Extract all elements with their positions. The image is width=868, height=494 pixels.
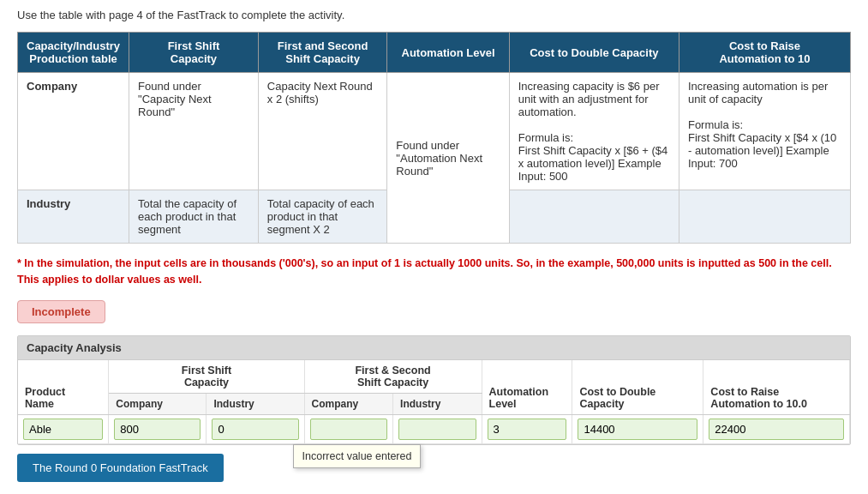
cap-header-raise: Cost to RaiseAutomation to 10.0 [703, 360, 850, 415]
cap-subheader-company-fs: Company [109, 393, 207, 414]
info-table: Capacity/IndustryProduction table First … [17, 32, 851, 244]
warning-text: * In the simulation, the input cells are… [17, 256, 851, 288]
row-company-first-shift: Found under "Capacity Next Round" [129, 73, 259, 190]
capacity-analysis-section: Capacity Analysis ProductName First Shif… [17, 335, 851, 445]
cap-row-industry-fs [393, 414, 482, 443]
cap-subheader-company-2s: Company [304, 393, 393, 414]
row-company-first-second: Capacity Next Round x 2 (shifts) [258, 73, 387, 190]
cap-row-company-first [109, 414, 207, 443]
fasttrack-button[interactable]: The Round 0 Foundation FastTrack [17, 454, 224, 482]
cap-subheader-industry-fs: Industry [207, 393, 304, 414]
header-double-cap: Cost to Double Capacity [509, 33, 679, 73]
cap-subheader-industry-2s: Industry [393, 393, 482, 414]
capacity-analysis-title: Capacity Analysis [18, 336, 850, 360]
header-raise-auto: Cost to RaiseAutomation to 10 [679, 33, 850, 73]
row-industry-raise [679, 190, 850, 244]
double-cap-input[interactable] [578, 419, 697, 440]
product-input[interactable] [23, 419, 103, 440]
company-fs-input[interactable] [310, 419, 388, 440]
cap-row-automation [482, 414, 572, 443]
industry-fs-input[interactable] [398, 419, 476, 440]
industry-first-input[interactable] [212, 419, 298, 440]
row-industry-first-shift: Total the capacity of each product in th… [129, 190, 259, 244]
cap-header-automation: AutomationLevel [482, 360, 572, 415]
row-industry-double [509, 190, 679, 244]
company-first-input[interactable] [114, 419, 201, 440]
cap-row-company-fs: Incorrect value entered [304, 414, 393, 443]
tooltip-container: Incorrect value entered [310, 419, 388, 440]
row-company-automation: Found under "Automation Next Round" [387, 73, 509, 244]
row-industry-first-second: Total capacity of each product in that s… [258, 190, 387, 244]
cap-row-product [18, 414, 109, 443]
row-industry-label: Industry [18, 190, 129, 244]
automation-input[interactable] [488, 419, 567, 440]
cap-row-double [572, 414, 703, 443]
header-first-second: First and SecondShift Capacity [258, 33, 387, 73]
capacity-analysis-table: ProductName First ShiftCapacity First & … [18, 360, 850, 444]
raise-auto-input[interactable] [709, 419, 844, 440]
cap-header-first-shift: First ShiftCapacity [109, 360, 304, 394]
row-company-double: Increasing capacity is $6 per unit with … [509, 73, 679, 190]
tooltip-popup: Incorrect value entered [293, 444, 422, 468]
cap-row-raise [703, 414, 850, 443]
cap-row-industry-first [207, 414, 304, 443]
cap-header-double: Cost to DoubleCapacity [572, 360, 703, 415]
row-company-label: Company [18, 73, 129, 190]
cap-header-product: ProductName [18, 360, 109, 415]
incomplete-badge: Incomplete [17, 300, 105, 323]
header-capacity: Capacity/IndustryProduction table [18, 33, 129, 73]
cap-header-fs-cap: First & SecondShift Capacity [304, 360, 482, 394]
row-company-raise: Increasing automation is per unit of cap… [679, 73, 850, 190]
header-automation: Automation Level [387, 33, 509, 73]
intro-text: Use the table with page 4 of the FastTra… [17, 9, 851, 21]
header-first-shift: First ShiftCapacity [129, 33, 259, 73]
